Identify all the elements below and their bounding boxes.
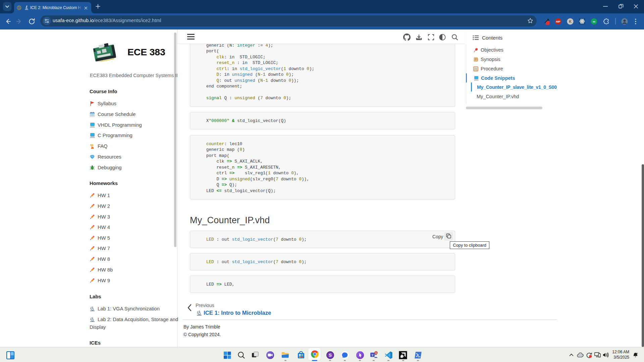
svg-text:ABP: ABP xyxy=(556,20,560,23)
svg-text:K: K xyxy=(569,20,572,23)
svg-text:1: 1 xyxy=(375,351,377,355)
svg-text:T: T xyxy=(372,354,374,357)
svg-text:m: m xyxy=(593,20,595,23)
svg-text:S: S xyxy=(329,353,332,358)
